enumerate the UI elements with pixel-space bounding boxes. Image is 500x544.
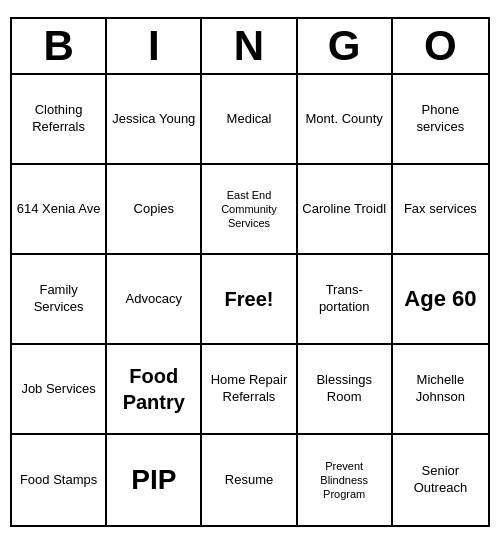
bingo-cell-8: Caroline Troidl (298, 165, 393, 255)
bingo-cell-16: Food Pantry (107, 345, 202, 435)
bingo-cell-1: Jessica Young (107, 75, 202, 165)
bingo-cell-24: Senior Outreach (393, 435, 488, 525)
bingo-grid: Clothing ReferralsJessica YoungMedicalMo… (12, 75, 488, 525)
bingo-card: BINGO Clothing ReferralsJessica YoungMed… (10, 17, 490, 527)
bingo-cell-19: Michelle Johnson (393, 345, 488, 435)
bingo-cell-23: Prevent Blindness Program (298, 435, 393, 525)
bingo-cell-3: Mont. County (298, 75, 393, 165)
bingo-letter-o: O (393, 19, 488, 73)
bingo-cell-21: PIP (107, 435, 202, 525)
bingo-header: BINGO (12, 19, 488, 75)
bingo-cell-7: East End Community Services (202, 165, 297, 255)
bingo-cell-5: 614 Xenia Ave (12, 165, 107, 255)
bingo-cell-11: Advocacy (107, 255, 202, 345)
bingo-letter-n: N (202, 19, 297, 73)
bingo-cell-4: Phone services (393, 75, 488, 165)
bingo-cell-2: Medical (202, 75, 297, 165)
bingo-cell-22: Resume (202, 435, 297, 525)
bingo-cell-14: Age 60 (393, 255, 488, 345)
bingo-cell-6: Copies (107, 165, 202, 255)
bingo-cell-15: Job Services (12, 345, 107, 435)
bingo-cell-0: Clothing Referrals (12, 75, 107, 165)
bingo-cell-17: Home Repair Referrals (202, 345, 297, 435)
bingo-letter-i: I (107, 19, 202, 73)
bingo-letter-g: G (298, 19, 393, 73)
bingo-cell-18: Blessings Room (298, 345, 393, 435)
bingo-cell-13: Trans- portation (298, 255, 393, 345)
bingo-letter-b: B (12, 19, 107, 73)
bingo-cell-20: Food Stamps (12, 435, 107, 525)
bingo-cell-9: Fax services (393, 165, 488, 255)
bingo-cell-10: Family Services (12, 255, 107, 345)
bingo-cell-12: Free! (202, 255, 297, 345)
